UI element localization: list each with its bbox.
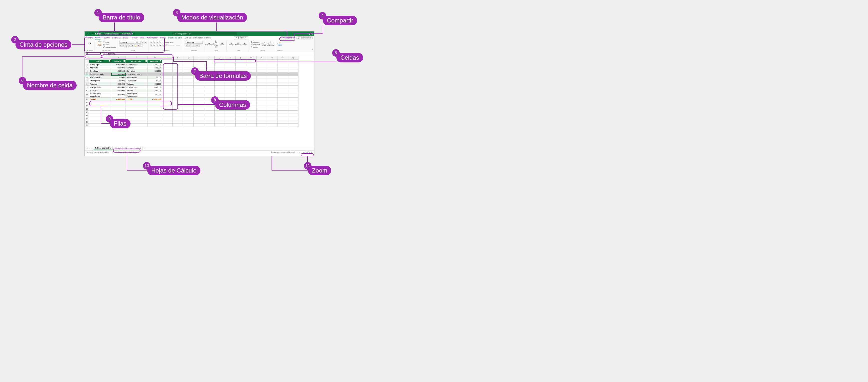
- cell[interactable]: [111, 104, 126, 107]
- cell[interactable]: [204, 86, 215, 89]
- feedback-link[interactable]: Enviar comentarios a Microsoft: [271, 151, 295, 153]
- cell[interactable]: [278, 69, 288, 72]
- comments-button[interactable]: 💬 Comentarios: [296, 36, 313, 39]
- cell[interactable]: [162, 63, 173, 66]
- autosum-button[interactable]: Σ Autosuma ▾: [251, 41, 260, 43]
- align-top-icon[interactable]: ≡: [151, 41, 153, 43]
- cell[interactable]: [204, 66, 215, 69]
- cell[interactable]: [267, 92, 278, 98]
- cell[interactable]: [236, 60, 246, 63]
- cell[interactable]: [278, 66, 288, 69]
- sheet-nav-prev-icon[interactable]: ‹: [89, 147, 90, 149]
- cell[interactable]: [194, 124, 204, 127]
- cell[interactable]: [267, 72, 278, 76]
- cell[interactable]: [267, 66, 278, 69]
- cell[interactable]: Salidas: [89, 89, 111, 92]
- cell[interactable]: [256, 120, 267, 124]
- zoom-out-icon[interactable]: −: [303, 151, 305, 153]
- align-bot-icon[interactable]: ≡: [156, 41, 159, 43]
- cell[interactable]: [173, 124, 183, 127]
- cell[interactable]: [194, 117, 204, 120]
- align-center-icon[interactable]: ≡: [154, 44, 156, 47]
- cell[interactable]: Servicios: [89, 69, 111, 72]
- cell[interactable]: [162, 76, 173, 79]
- cell[interactable]: [246, 98, 256, 101]
- cell[interactable]: [278, 117, 288, 120]
- cell[interactable]: 500.000: [111, 66, 126, 69]
- cell[interactable]: [267, 63, 278, 66]
- cell[interactable]: [173, 89, 183, 92]
- column-header[interactable]: E: [162, 56, 173, 60]
- cell[interactable]: [288, 66, 299, 69]
- cell[interactable]: [173, 72, 183, 76]
- file-name-pill[interactable]: Gastos anuales1 - Guardado ▾: [102, 32, 135, 35]
- cell[interactable]: [256, 76, 267, 79]
- cell[interactable]: [288, 72, 299, 76]
- cell[interactable]: [267, 114, 278, 117]
- cell[interactable]: [225, 120, 236, 124]
- row-header[interactable]: 1: [85, 60, 89, 63]
- cell[interactable]: [162, 104, 173, 107]
- cell[interactable]: [194, 107, 204, 111]
- cell[interactable]: [173, 120, 183, 124]
- cell[interactable]: [246, 86, 256, 89]
- cell[interactable]: [194, 82, 204, 86]
- cell[interactable]: 70.000: [111, 76, 126, 79]
- cell[interactable]: [183, 82, 194, 86]
- cell[interactable]: [278, 63, 288, 66]
- column-header[interactable]: O: [267, 56, 278, 60]
- cell[interactable]: [288, 111, 299, 114]
- cell[interactable]: [183, 101, 194, 104]
- cell[interactable]: Transporte: [126, 79, 148, 82]
- cell[interactable]: [183, 92, 194, 98]
- cell[interactable]: [89, 124, 111, 127]
- row-header[interactable]: 4: [85, 69, 89, 72]
- cell[interactable]: Servicios: [126, 69, 148, 72]
- cell[interactable]: [256, 107, 267, 111]
- cell[interactable]: [225, 117, 236, 120]
- font-name-select[interactable]: Calibri▾: [119, 41, 134, 44]
- cell[interactable]: 550000: [148, 82, 162, 86]
- grow-font-icon[interactable]: A˄: [141, 41, 144, 43]
- cell[interactable]: [183, 76, 194, 79]
- cell[interactable]: [278, 98, 288, 101]
- cell[interactable]: [256, 79, 267, 82]
- column-header[interactable]: C: [126, 56, 148, 60]
- app-launcher-icon[interactable]: ⋮⋮⋮: [86, 32, 94, 35]
- format-cells-button[interactable]: ▦Formato: [242, 41, 247, 47]
- fx-icon[interactable]: fx: [102, 52, 106, 56]
- collapse-ribbon-icon[interactable]: ˄: [312, 49, 313, 51]
- cell[interactable]: [225, 86, 236, 89]
- table-header-cell[interactable]: Gastos2▾: [148, 60, 162, 63]
- filter-dropdown-icon[interactable]: ▾: [124, 60, 125, 62]
- cell[interactable]: [162, 79, 173, 82]
- cell[interactable]: [89, 111, 111, 114]
- cell[interactable]: [89, 107, 111, 111]
- cell[interactable]: [256, 98, 267, 101]
- sheet-tab[interactable]: Hoja2: [114, 147, 123, 150]
- cell[interactable]: [204, 120, 215, 124]
- cell[interactable]: [267, 104, 278, 107]
- table-header-cell[interactable]: FEBRERO▾: [126, 60, 148, 63]
- column-header[interactable]: F: [173, 56, 183, 60]
- cell[interactable]: 130.000: [111, 79, 126, 82]
- cell[interactable]: [111, 101, 126, 104]
- cell[interactable]: [256, 86, 267, 89]
- column-header[interactable]: I: [204, 56, 215, 60]
- cell[interactable]: Ahorro para vacaciones: [126, 92, 148, 98]
- cell[interactable]: [267, 98, 278, 101]
- column-header[interactable]: D: [148, 56, 162, 60]
- row-header[interactable]: 17: [85, 114, 89, 117]
- cell[interactable]: 350.000: [111, 82, 126, 86]
- tab-diseno-tabla[interactable]: Diseño de tabla: [168, 37, 182, 39]
- cell[interactable]: [225, 111, 236, 114]
- cell[interactable]: 4.450.000: [111, 98, 126, 101]
- cell[interactable]: [162, 86, 173, 89]
- cell[interactable]: [278, 82, 288, 86]
- cell[interactable]: Colegio hijo: [89, 86, 111, 89]
- cell[interactable]: [173, 98, 183, 101]
- name-box[interactable]: B5 ▾: [85, 52, 102, 56]
- filter-dropdown-icon[interactable]: ▾: [109, 60, 110, 62]
- cell[interactable]: [148, 120, 162, 124]
- row-header[interactable]: 10: [85, 89, 89, 92]
